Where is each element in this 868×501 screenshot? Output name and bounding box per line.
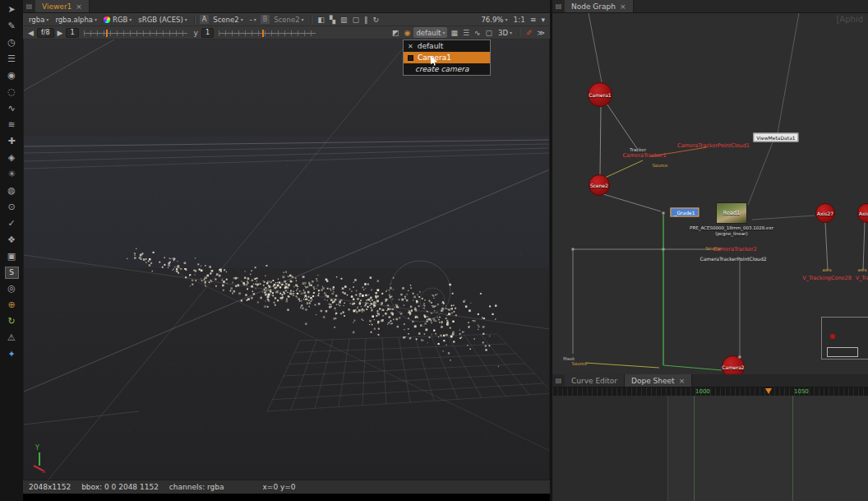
gain-slider[interactable] (84, 28, 187, 38)
dope-sheet-canvas[interactable] (552, 396, 868, 501)
node-cameratracker1[interactable]: CameraTracker1 (622, 152, 666, 159)
checker-icon[interactable]: ▚ (328, 16, 337, 24)
blend-select[interactable]: - ▾ (247, 14, 259, 25)
node-v-trackingcone28[interactable]: V_TrackingCone28 (802, 275, 852, 281)
node-graph-canvas[interactable]: [Aphid Camera1Scene2CameraTracker1Camera… (552, 13, 868, 374)
colorspace-select[interactable]: sRGB (ACES) ▾ (136, 14, 189, 25)
channel-tool-icon[interactable]: ☰ (2, 51, 21, 67)
input-a-select[interactable]: Scene2 ▾ (210, 14, 245, 25)
channels-select[interactable]: rgba ▾ (26, 14, 51, 25)
navigate-tool-icon[interactable]: ✦ (2, 346, 21, 363)
menu-item-create-camera[interactable]: create camera (404, 63, 490, 75)
node-scene2[interactable]: Scene2 (589, 174, 610, 196)
panel-menu-icon[interactable]: ▤ (552, 0, 565, 12)
next-icon[interactable]: ▶ (56, 29, 65, 37)
fstop-field[interactable]: f/8 (37, 28, 54, 38)
wipe-icon[interactable]: ◧ (316, 16, 327, 24)
timeline-ruler[interactable]: 10001050 (552, 387, 868, 396)
status-resolution: 2048x1152 (29, 483, 71, 491)
paint-tool-icon[interactable]: ❖ (2, 232, 21, 248)
slider-thumb[interactable] (262, 30, 264, 37)
panel-menu-icon[interactable]: ▤ (23, 0, 35, 12)
merge-tool-icon[interactable]: ≋ (2, 117, 21, 133)
node-graph-tabbar: ▤ Node Graph × (552, 0, 868, 13)
node-camera2[interactable]: Camera2 (722, 355, 745, 374)
pipe-dot[interactable] (572, 248, 575, 251)
viewer-3d-viewport[interactable]: Y x (23, 39, 550, 480)
close-icon[interactable]: × (620, 2, 626, 11)
keyer-tool-icon[interactable]: ∿ (2, 100, 21, 117)
actual-size-button[interactable]: 1:1 (511, 16, 526, 24)
camera-select[interactable]: default ▾ (413, 27, 447, 38)
tab-dope-sheet[interactable]: Dope Sheet × (625, 374, 692, 387)
alerts-tool-icon[interactable]: ⚠ (2, 330, 21, 346)
zoom-select[interactable]: 76.9% ▾ (478, 14, 510, 25)
filter-tool-icon[interactable]: ◌ (2, 84, 21, 100)
node-viewmetadata1[interactable]: ViewMetaData1 (753, 133, 798, 142)
layer-list-icon[interactable]: ☰ (461, 29, 471, 37)
close-icon[interactable]: × (76, 2, 82, 11)
menu-item-camera1[interactable]: Camera1 (404, 52, 490, 63)
node--grade1[interactable]: _Grade1 (670, 208, 699, 217)
particles-tool-icon[interactable]: ✳ (2, 166, 21, 183)
collapse-icon[interactable]: ▾ (539, 16, 547, 24)
more-icon[interactable]: ≫ (536, 29, 547, 37)
status-coords: x=0 y=0 (263, 483, 296, 491)
color-tool-icon[interactable]: ◉ (2, 67, 21, 84)
watermark: [Aphid (836, 15, 863, 24)
panel-menu-icon[interactable]: ▤ (552, 374, 565, 387)
viewer-menu-icon[interactable]: ≡ (529, 16, 538, 24)
node-v-track[interactable]: V_Track (856, 275, 868, 281)
paint-sample-icon[interactable]: ✐ (524, 29, 534, 37)
panel-box (827, 347, 858, 357)
layer-select[interactable]: rgba.alpha ▾ (53, 14, 99, 25)
stamp-tool-icon[interactable]: S (5, 267, 19, 279)
sync-tool-icon[interactable]: ↻ (2, 313, 21, 330)
gamma-slider[interactable] (219, 28, 316, 38)
roi-icon[interactable]: ▢ (351, 16, 362, 24)
node-dot (830, 334, 835, 339)
node-cameratrackerpointcloud2[interactable]: CameraTrackerPointCloud2 (699, 256, 766, 262)
viewer-panel: ▤ Viewer1 × rgba ▾ rgba.alpha ▾ RGB ▾ sR… (23, 0, 550, 501)
node-camera1[interactable]: Camera1 (588, 82, 612, 107)
display-select[interactable]: RGB ▾ (101, 14, 134, 25)
playhead-marker[interactable] (765, 388, 772, 394)
mask-overlay-icon[interactable]: ▥ (339, 16, 349, 24)
input-b-select[interactable]: Scene2 ▾ (271, 14, 306, 25)
roi-icon[interactable]: ▢ (484, 29, 495, 37)
draw-tool-icon[interactable]: ✎ (2, 18, 21, 35)
ocio-tool-icon[interactable]: ⊕ (2, 297, 21, 313)
lock-frame-icon[interactable]: ▦ (449, 29, 459, 37)
tab-curve-editor[interactable]: Curve Editor (565, 374, 625, 387)
pipe-dot[interactable] (663, 212, 665, 215)
select-tool-icon[interactable]: ➤ (2, 2, 21, 18)
deep-tool-icon[interactable]: ◍ (2, 183, 21, 199)
wave-icon[interactable]: ∿ (473, 29, 482, 37)
metadata-tool-icon[interactable]: ✓ (2, 216, 21, 232)
node-cameratrackerpointcloud1[interactable]: CameraTrackerPointCloud1 (677, 142, 750, 149)
time-tool-icon[interactable]: ◷ (2, 35, 21, 51)
presets-tool-icon[interactable]: ◎ (2, 281, 21, 297)
node-read1[interactable]: Read1PRE_ACES0000_18mm_003.1028.exr(pcgn… (716, 202, 747, 224)
camera-dropdown-menu: ✕ default Camera1 create camera (403, 39, 491, 76)
prev-icon[interactable]: ◀ (26, 29, 35, 37)
3d-tool-icon[interactable]: ◈ (2, 150, 21, 166)
gamma-field[interactable]: 1 (201, 28, 214, 38)
pipe-dot[interactable] (663, 248, 665, 251)
menu-item-default[interactable]: ✕ default (404, 40, 490, 52)
tab-viewer1[interactable]: Viewer1 × (35, 0, 90, 12)
transform-tool-icon[interactable]: ✚ (2, 133, 21, 150)
pipe-dot[interactable] (739, 356, 741, 359)
pause-icon[interactable]: ‖ (362, 16, 370, 24)
views-tool-icon[interactable]: ⊙ (2, 199, 21, 216)
gain-field[interactable]: 1 (66, 28, 78, 38)
input-process-icon[interactable]: ◩ (390, 29, 401, 37)
tab-node-graph[interactable]: Node Graph × (565, 0, 634, 12)
floating-panel[interactable] (821, 317, 868, 360)
refresh-icon[interactable]: ↻ (372, 16, 381, 24)
slider-thumb[interactable] (106, 30, 108, 37)
frame-tool-icon[interactable]: ▣ (2, 248, 21, 265)
node-axis27[interactable]: Axis27 (815, 203, 835, 223)
close-icon[interactable]: × (679, 377, 686, 385)
view-mode-select[interactable]: 3D ▾ (496, 27, 515, 38)
